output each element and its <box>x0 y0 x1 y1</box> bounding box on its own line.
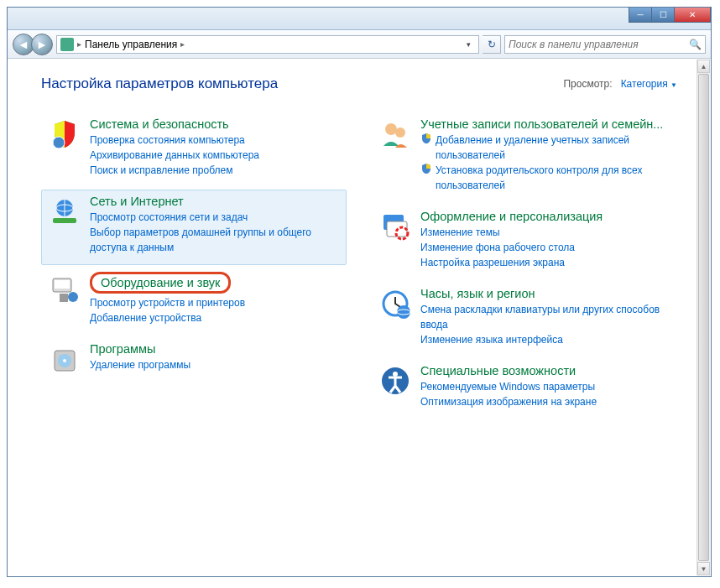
category-sublink[interactable]: Установка родительского контроля для все… <box>436 163 670 193</box>
refresh-button[interactable]: ↻ <box>483 35 501 54</box>
category-user-accounts: Учетные записи пользователей и семейн...… <box>372 112 677 203</box>
maximize-button[interactable]: ☐ <box>651 8 675 23</box>
category-title-link[interactable]: Система и безопасность <box>90 117 229 131</box>
category-sublink[interactable]: Просмотр состояния сети и задач <box>90 210 340 225</box>
address-bar[interactable]: ▸ Панель управления ▸ ▾ <box>56 35 479 54</box>
category-sublink[interactable]: Архивирование данных компьютера <box>90 148 340 163</box>
system-security-icon <box>48 117 81 151</box>
search-bar[interactable]: 🔍 <box>504 35 706 54</box>
header-row: Настройка параметров компьютера Просмотр… <box>41 75 677 92</box>
view-by-label: Просмотр: <box>563 78 612 90</box>
category-network-internet: Сеть и Интернет Просмотр состояния сети … <box>41 190 347 265</box>
left-column: Система и безопасность Проверка состояни… <box>41 112 347 421</box>
scroll-down-button[interactable]: ▼ <box>697 562 710 575</box>
address-dropdown[interactable]: ▾ <box>462 40 475 49</box>
svg-rect-7 <box>60 294 68 302</box>
category-accessibility: Специальные возможности Рекомендуемые Wi… <box>372 359 677 419</box>
accessibility-icon <box>378 364 412 398</box>
scroll-thumb[interactable] <box>698 74 709 561</box>
category-columns: Система и безопасность Проверка состояни… <box>41 112 677 421</box>
svg-point-0 <box>53 137 65 148</box>
category-sublink[interactable]: Изменение темы <box>420 225 670 240</box>
content-area: Настройка параметров компьютера Просмотр… <box>8 59 711 576</box>
category-sublink[interactable]: Поиск и исправление проблем <box>90 163 340 178</box>
category-sublink[interactable]: Удаление программы <box>90 357 340 372</box>
category-sublink[interactable]: Просмотр устройств и принтеров <box>90 295 340 310</box>
hardware-icon <box>48 272 81 305</box>
search-input[interactable] <box>509 39 689 50</box>
svg-rect-3 <box>53 218 76 223</box>
right-column: Учетные записи пользователей и семейн...… <box>372 112 677 421</box>
svg-point-20 <box>393 372 398 377</box>
category-programs: Программы Удаление программы <box>41 337 347 386</box>
category-system-security: Система и безопасность Проверка состояни… <box>41 112 347 188</box>
breadcrumb-separator: ▸ <box>77 39 81 49</box>
category-sublink[interactable]: Настройка разрешения экрана <box>420 255 670 270</box>
shield-icon <box>420 133 432 144</box>
svg-rect-5 <box>55 280 70 289</box>
category-hardware-sound: Оборудование и звук Просмотр устройств и… <box>41 267 347 336</box>
appearance-icon <box>378 210 412 243</box>
category-sublink[interactable]: Добавление устройства <box>90 310 340 325</box>
window-buttons: ─ ☐ ✕ <box>629 8 711 23</box>
breadcrumb-separator: ▸ <box>180 39 185 49</box>
nav-buttons: ◄ ► <box>13 34 53 55</box>
svg-point-10 <box>63 359 66 362</box>
vertical-scrollbar[interactable]: ▲ ▼ <box>697 60 710 575</box>
category-sublink[interactable]: Изменение фона рабочего стола <box>420 240 670 255</box>
svg-point-6 <box>68 292 78 302</box>
forward-button[interactable]: ► <box>31 34 53 55</box>
category-sublink[interactable]: Проверка состояния компьютера <box>90 133 340 148</box>
category-title-link[interactable]: Сеть и Интернет <box>90 195 184 208</box>
search-icon[interactable]: 🔍 <box>689 39 702 50</box>
category-sublink[interactable]: Добавление и удаление учетных записей по… <box>436 133 670 163</box>
titlebar: ─ ☐ ✕ <box>8 8 711 30</box>
category-clock-region: Часы, язык и регион Смена раскладки клав… <box>372 282 677 357</box>
page-title: Настройка параметров компьютера <box>41 75 278 92</box>
programs-icon <box>48 342 81 376</box>
clock-icon <box>378 287 412 320</box>
category-title-link[interactable]: Оборудование и звук <box>90 272 231 294</box>
category-sublink[interactable]: Выбор параметров домашней группы и общег… <box>90 225 340 255</box>
minimize-button[interactable]: ─ <box>629 8 652 23</box>
category-sublink[interactable]: Рекомендуемые Windows параметры <box>420 379 670 394</box>
category-title-link[interactable]: Программы <box>90 342 155 356</box>
breadcrumb-root[interactable]: Панель управления <box>85 39 177 50</box>
scroll-up-button[interactable]: ▲ <box>697 60 710 73</box>
network-icon <box>48 195 81 228</box>
close-button[interactable]: ✕ <box>674 8 711 23</box>
category-title-link[interactable]: Учетные записи пользователей и семейн... <box>420 117 663 131</box>
window: ─ ☐ ✕ ◄ ► ▸ Панель управления ▸ ▾ ↻ 🔍 На… <box>7 7 712 577</box>
svg-point-11 <box>385 123 397 135</box>
category-title-link[interactable]: Специальные возможности <box>420 364 576 377</box>
category-appearance: Оформление и персонализация Изменение те… <box>372 205 677 280</box>
category-sublink[interactable]: Оптимизация изображения на экране <box>420 394 670 409</box>
svg-point-12 <box>395 127 405 138</box>
category-sublink[interactable]: Смена раскладки клавиатуры или других сп… <box>420 302 670 332</box>
control-panel-icon <box>60 38 74 51</box>
view-by-dropdown[interactable]: Категория ▼ <box>621 78 677 90</box>
category-title-link[interactable]: Оформление и персонализация <box>420 210 603 223</box>
shield-icon <box>420 163 432 174</box>
navbar: ◄ ► ▸ Панель управления ▸ ▾ ↻ 🔍 <box>8 30 711 59</box>
view-by: Просмотр: Категория ▼ <box>563 78 677 90</box>
category-sublink[interactable]: Изменение языка интерфейса <box>420 332 670 347</box>
category-title-link[interactable]: Часы, язык и регион <box>420 287 535 300</box>
users-icon <box>378 117 412 151</box>
svg-point-17 <box>397 305 410 319</box>
